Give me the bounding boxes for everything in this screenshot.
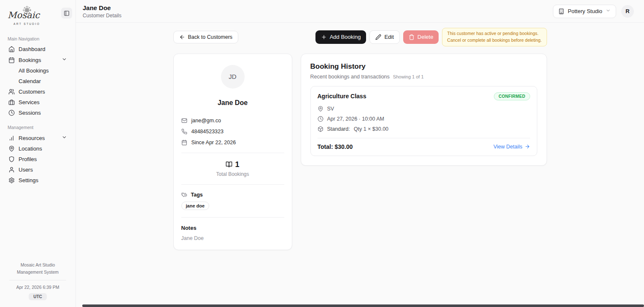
booking-location-row: SV — [318, 106, 530, 112]
contact-info: jane@gm.co 48484523323 Since Apr 22, 202… — [181, 118, 284, 145]
calendar-icon — [181, 140, 187, 145]
notes-text: Jane Doe — [181, 235, 284, 241]
sidebar-toggle-button[interactable] — [61, 8, 72, 19]
gear-icon — [8, 177, 15, 183]
sidebar-item-resources[interactable]: Resources — [5, 132, 70, 143]
sidebar-item-sessions[interactable]: Sessions — [5, 108, 70, 118]
chevron-down-icon — [62, 135, 67, 141]
warning-line-1: This customer has active or pending book… — [447, 30, 542, 37]
clock-icon — [318, 116, 323, 122]
booking-datetime-row: Apr 27, 2026 · 10:00 AM — [318, 116, 530, 122]
users-icon — [8, 89, 15, 95]
book-open-icon — [226, 161, 232, 168]
booking-history-card: Booking History Recent bookings and tran… — [301, 54, 547, 166]
map-pin-icon — [8, 145, 15, 152]
sidebar-item-dashboard[interactable]: Dashboard — [5, 44, 70, 54]
booking-item-label: Standard: — [327, 126, 350, 132]
sidebar-nav: Main Navigation Dashboard Bookings All B… — [0, 30, 75, 186]
booking-service-name: Agriculture Class — [318, 93, 366, 100]
shield-icon — [8, 156, 15, 162]
mail-icon — [181, 118, 187, 124]
sidebar-item-locations[interactable]: Locations — [5, 143, 70, 154]
tag-chip: jane doe — [181, 202, 210, 210]
sidebar-item-label: Users — [19, 167, 33, 173]
sidebar-footer: Mosaic Art Studio Management System Apr … — [0, 261, 75, 307]
logo-title: Mosaic — [8, 10, 40, 20]
trash-icon — [409, 34, 415, 40]
briefcase-icon — [8, 99, 15, 105]
logo-subtitle: ART STUDIO — [13, 22, 40, 25]
app-window: Mosaic ART STUDIO Main Navigation Dashbo… — [0, 0, 644, 307]
customer-since-row: Since Apr 22, 2026 — [181, 140, 284, 145]
calendar-icon — [8, 57, 15, 63]
footer-divider — [9, 280, 66, 280]
tags-icon — [181, 192, 187, 198]
notes-label: Notes — [181, 225, 284, 231]
status-badge: CONFIRMED — [494, 92, 530, 100]
booking-history-count: Showing 1 of 1 — [393, 74, 424, 79]
customer-email: jane@gm.co — [191, 118, 221, 124]
customer-email-row: jane@gm.co — [181, 118, 284, 124]
sidebar-item-customers[interactable]: Customers — [5, 86, 70, 97]
booking-line-item-row: Standard: Qty 1 × $30.00 — [318, 126, 530, 132]
cards-row: JD Jane Doe jane@gm.co 48484523323 — [173, 54, 547, 250]
sidebar-item-label: Sessions — [19, 110, 41, 116]
total-bookings-count: 1 — [235, 160, 239, 169]
clock-icon — [8, 110, 15, 116]
action-toolbar: Back to Customers Add Booking Edit Delet… — [173, 28, 547, 46]
chevron-down-icon — [62, 57, 67, 63]
main-area: Jane Doe Customer Details Pottery Studio… — [76, 0, 644, 307]
sidebar-item-label: Profiles — [19, 156, 37, 162]
edit-button[interactable]: Edit — [369, 30, 399, 44]
booking-datetime: Apr 27, 2026 · 10:00 AM — [327, 116, 385, 122]
customer-since: Since Apr 22, 2026 — [191, 140, 236, 145]
delete-button[interactable]: Delete — [403, 30, 439, 44]
sidebar-item-label: All Bookings — [19, 67, 49, 74]
sidebar-item-label: Services — [19, 99, 40, 105]
page-subtitle: Customer Details — [83, 13, 121, 19]
total-bookings-label: Total Bookings — [181, 171, 284, 177]
sidebar-item-bookings[interactable]: Bookings — [5, 54, 70, 65]
sidebar-item-label: Dashboard — [19, 46, 46, 52]
page-header: Jane Doe Customer Details Pottery Studio… — [76, 0, 644, 23]
footer-datetime: Apr 22, 2026 6:39 PM — [0, 285, 75, 290]
arrow-right-icon — [525, 144, 530, 149]
sidebar-item-label: Locations — [19, 145, 42, 152]
booking-total: Total: $30.00 — [318, 143, 353, 150]
sidebar-header: Mosaic ART STUDIO — [0, 0, 75, 30]
panel-left-icon — [64, 10, 70, 16]
customer-profile-card: JD Jane Doe jane@gm.co 48484523323 — [173, 54, 292, 250]
back-to-customers-button[interactable]: Back to Customers — [173, 31, 239, 43]
back-button-label: Back to Customers — [188, 34, 233, 40]
plus-icon — [321, 34, 327, 40]
booking-location: SV — [327, 106, 334, 112]
add-booking-button[interactable]: Add Booking — [315, 30, 366, 44]
chevron-down-icon — [606, 8, 611, 14]
map-pin-icon — [318, 106, 323, 112]
horizontal-scrollbar[interactable] — [82, 304, 644, 307]
sidebar-item-label: Bookings — [19, 57, 41, 63]
total-bookings-count-row: 1 — [181, 160, 284, 169]
booking-history-subtitle: Recent bookings and transactions — [310, 74, 390, 80]
footer-app-subtitle: Management System — [0, 269, 75, 276]
sidebar-item-all-bookings[interactable]: All Bookings — [5, 65, 70, 76]
divider — [181, 184, 284, 185]
nav-section-label: Main Navigation — [8, 36, 68, 41]
sidebar-item-settings[interactable]: Settings — [5, 175, 70, 186]
pencil-icon — [375, 34, 381, 40]
home-icon — [8, 46, 15, 52]
nav-section-label: Management — [8, 125, 68, 130]
page-title: Jane Doe — [83, 4, 121, 11]
user-avatar[interactable]: R — [621, 5, 634, 18]
customer-avatar: JD — [221, 65, 245, 89]
delete-warning-message: This customer has active or pending book… — [442, 28, 547, 46]
footer-app-name: Mosaic Art Studio — [0, 261, 75, 269]
sidebar-item-users[interactable]: Users — [5, 164, 70, 175]
sidebar-item-services[interactable]: Services — [5, 97, 70, 108]
org-selector-button[interactable]: Pottery Studio — [553, 5, 616, 18]
view-details-link[interactable]: View Details — [493, 144, 530, 150]
booking-item: Agriculture Class CONFIRMED SV Apr 27, 2… — [310, 86, 537, 156]
sidebar-item-profiles[interactable]: Profiles — [5, 154, 70, 164]
sidebar-item-calendar[interactable]: Calendar — [5, 76, 70, 86]
phone-icon — [181, 129, 187, 135]
